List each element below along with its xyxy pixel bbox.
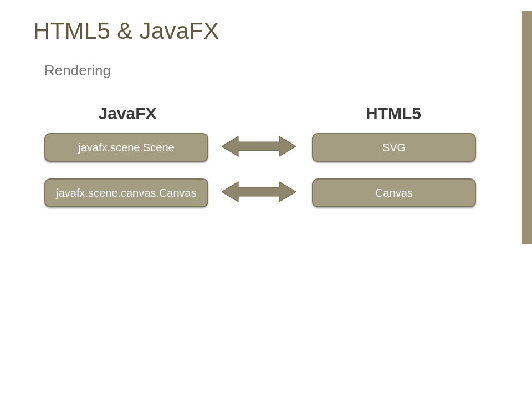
double-arrow-icon: [222, 181, 296, 203]
double-arrow-icon: [222, 135, 296, 157]
slide-title: HTML5 & JavaFX: [33, 18, 219, 44]
column-heading-javafx: JavaFX: [72, 104, 183, 123]
box-svg: SVG: [312, 133, 476, 162]
accent-bar: [522, 11, 532, 244]
slide-subtitle: Rendering: [44, 62, 111, 79]
box-canvas: Canvas: [312, 178, 476, 207]
box-javafx-canvas: javafx.scene.canvas.Canvas: [44, 178, 208, 207]
box-javafx-scene: javafx.scene.Scene: [44, 133, 208, 162]
column-heading-html5: HTML5: [338, 104, 449, 123]
svg-marker-0: [222, 136, 296, 156]
svg-marker-1: [222, 182, 296, 202]
